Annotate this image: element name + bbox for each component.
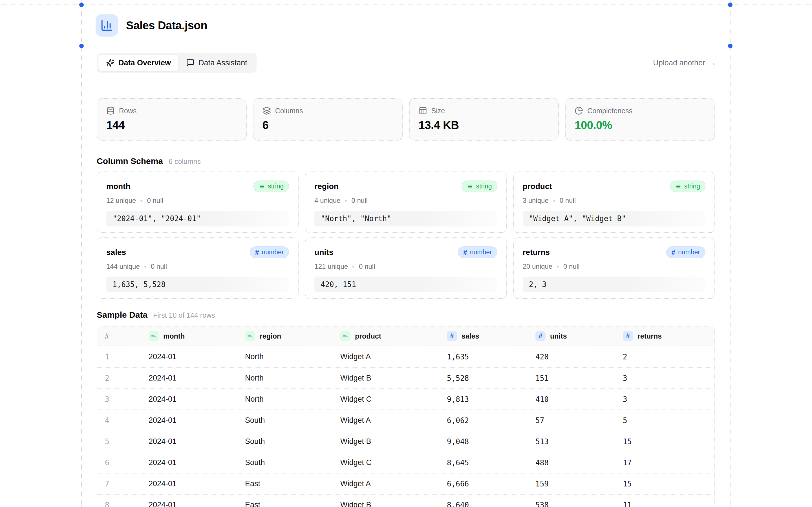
table-cell-units: 488 bbox=[536, 459, 623, 467]
type-label: number bbox=[678, 248, 700, 256]
table-cell-month: 2024-01 bbox=[149, 352, 245, 361]
text-lines-icon bbox=[467, 183, 473, 189]
table-cell-sales: 9,048 bbox=[447, 438, 536, 446]
tab-data-assistant[interactable]: Data Assistant bbox=[179, 55, 255, 71]
sample-section-title: Sample Data bbox=[97, 310, 147, 320]
table-header-label: region bbox=[260, 332, 281, 340]
table-cell-month: 2024-01 bbox=[149, 395, 245, 404]
table-header-label: month bbox=[163, 332, 185, 340]
type-label: string bbox=[476, 182, 492, 190]
type-badge-string: string bbox=[253, 180, 289, 192]
text-lines-icon bbox=[675, 183, 681, 189]
sample-values: 1,635, 5,528 bbox=[106, 277, 289, 292]
type-label: string bbox=[268, 182, 284, 190]
stat-value: 6 bbox=[262, 119, 393, 131]
table-header-index: # bbox=[97, 332, 149, 340]
table-cell-product: Widget B bbox=[340, 374, 447, 383]
table-cell-index: 3 bbox=[97, 395, 149, 404]
table-cell-sales: 8,645 bbox=[447, 459, 536, 467]
column-stats: 20 unique0 null bbox=[523, 263, 705, 270]
table-cell-returns: 2 bbox=[623, 353, 714, 361]
table-cell-units: 420 bbox=[536, 353, 623, 361]
table-cell-returns: 3 bbox=[623, 395, 714, 404]
column-name: units bbox=[314, 248, 333, 257]
table-cell-month: 2024-01 bbox=[149, 480, 245, 488]
table-cell-product: Widget A bbox=[340, 352, 447, 361]
table-row: 62024-01SouthWidget C8,64548817 bbox=[97, 452, 714, 473]
column-name: product bbox=[523, 182, 552, 191]
schema-section-heading: Column Schema 6 columns bbox=[97, 156, 715, 166]
table-cell-units: 159 bbox=[536, 480, 623, 488]
tab-label: Data Overview bbox=[118, 59, 171, 67]
table-cell-index: 6 bbox=[97, 459, 149, 467]
stat-value: 100.0% bbox=[574, 119, 705, 131]
sample-values: "North", "North" bbox=[314, 211, 497, 226]
table-cell-product: Widget B bbox=[340, 501, 447, 507]
unique-count: 4 unique bbox=[314, 196, 340, 205]
null-count: 0 null bbox=[560, 196, 576, 205]
table-cell-units: 410 bbox=[536, 395, 623, 404]
stat-value: 13.4 KB bbox=[419, 119, 550, 131]
number-type-icon: # bbox=[536, 331, 546, 341]
table-cell-sales: 6,666 bbox=[447, 480, 536, 488]
type-badge-number: #number bbox=[666, 246, 705, 258]
sparkles-icon bbox=[106, 59, 114, 67]
sample-values: "Widget A", "Widget B" bbox=[523, 211, 705, 226]
text-lines-icon bbox=[247, 333, 253, 339]
page: { "header": { "icon": "bar-chart-icon", … bbox=[0, 0, 812, 507]
table-cell-month: 2024-01 bbox=[149, 416, 245, 425]
table-icon bbox=[419, 107, 427, 115]
table-cell-region: East bbox=[245, 501, 340, 507]
table-cell-region: East bbox=[245, 480, 340, 488]
sample-values: "2024-01", "2024-01" bbox=[106, 211, 289, 226]
unique-count: 144 unique bbox=[106, 263, 140, 270]
schema-section-title: Column Schema bbox=[97, 156, 163, 166]
table-cell-returns: 17 bbox=[623, 459, 714, 467]
unique-count: 12 unique bbox=[106, 196, 136, 205]
schema-grid: monthstring12 unique0 null"2024-01", "20… bbox=[97, 172, 715, 299]
table-cell-sales: 6,062 bbox=[447, 416, 536, 425]
table-row: 42024-01SouthWidget A6,062575 bbox=[97, 409, 714, 431]
table-cell-units: 538 bbox=[536, 501, 623, 507]
bar-chart-icon bbox=[100, 19, 113, 32]
file-title: Sales Data.json bbox=[126, 19, 207, 32]
null-count: 0 null bbox=[359, 263, 375, 270]
hash-icon: # bbox=[255, 249, 259, 256]
table-cell-month: 2024-01 bbox=[149, 501, 245, 507]
tab-group: Data OverviewData Assistant bbox=[97, 53, 257, 73]
table-row: 22024-01NorthWidget B5,5281513 bbox=[97, 367, 714, 388]
table-cell-index: 8 bbox=[97, 501, 149, 507]
table-header-product: product bbox=[340, 331, 447, 341]
stat-value: 144 bbox=[106, 119, 237, 131]
dot-separator bbox=[352, 266, 354, 268]
table-cell-index: 1 bbox=[97, 353, 149, 361]
table-header-label: # bbox=[105, 332, 109, 340]
unique-count: 121 unique bbox=[314, 263, 348, 270]
stat-card-rows: Rows144 bbox=[97, 98, 247, 140]
table-cell-month: 2024-01 bbox=[149, 437, 245, 446]
unique-count: 3 unique bbox=[523, 196, 549, 205]
message-square-icon bbox=[186, 59, 195, 67]
column-stats: 3 unique0 null bbox=[523, 196, 705, 205]
table-row: 12024-01NorthWidget A1,6354202 bbox=[97, 346, 714, 367]
table-cell-units: 57 bbox=[536, 416, 623, 425]
table-header-month: month bbox=[149, 331, 245, 341]
table-row: 82024-01EastWidget B8,64053811 bbox=[97, 494, 714, 507]
table-header-label: units bbox=[550, 332, 567, 340]
column-stats: 121 unique0 null bbox=[314, 263, 497, 270]
schema-card-sales: sales#number144 unique0 null1,635, 5,528 bbox=[97, 237, 299, 299]
sample-section-subtitle: First 10 of 144 rows bbox=[153, 311, 215, 320]
sample-section-heading: Sample Data First 10 of 144 rows bbox=[97, 310, 715, 320]
null-count: 0 null bbox=[151, 263, 167, 270]
table-header-sales: #sales bbox=[447, 331, 536, 341]
text-lines-icon bbox=[342, 333, 349, 339]
tab-data-overview[interactable]: Data Overview bbox=[98, 55, 179, 71]
hash-icon: # bbox=[463, 249, 467, 256]
type-badge-number: #number bbox=[250, 246, 289, 258]
unique-count: 20 unique bbox=[523, 263, 552, 270]
upload-another-link[interactable]: Upload another → bbox=[653, 59, 716, 67]
table-header-row: #monthregionproduct#sales#units#returns bbox=[97, 327, 714, 346]
type-label: string bbox=[684, 182, 700, 190]
null-count: 0 null bbox=[563, 263, 579, 270]
file-card: Sales Data.json Data OverviewData Assist… bbox=[82, 5, 730, 507]
